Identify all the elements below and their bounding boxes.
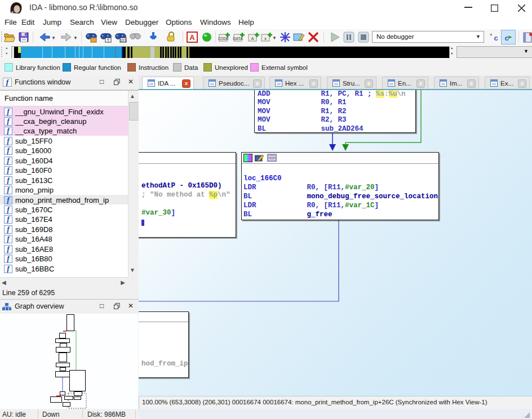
svg-text:A: A [189,33,195,42]
svg-text:DATA: DATA [233,37,243,41]
svg-text:s: s [264,37,267,41]
svg-text:101: 101 [120,38,127,42]
svg-text:A: A [251,37,254,41]
svg-text:T: T [107,38,110,43]
svg-text:c: c [494,34,498,42]
svg-text:c: c [504,34,508,42]
